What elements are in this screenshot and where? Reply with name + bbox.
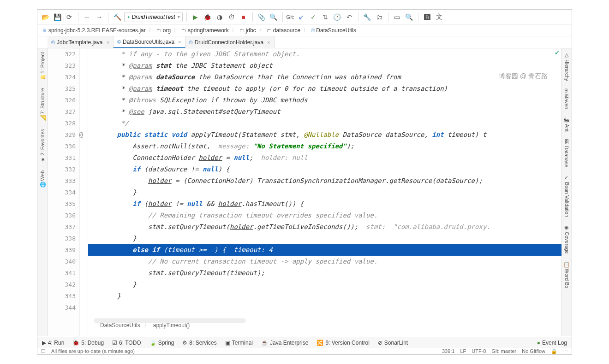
- git-compare-icon[interactable]: ⇅: [320, 12, 330, 22]
- translate-b-icon[interactable]: 文: [434, 12, 444, 22]
- attach-icon[interactable]: 📎: [257, 12, 267, 22]
- refresh-icon[interactable]: ⟳: [64, 12, 74, 22]
- tool-window-button[interactable]: 🐞 5: Debug: [72, 340, 104, 346]
- editor-tab[interactable]: ©DruidConnectionHolder.java×: [185, 36, 275, 48]
- line-number[interactable]: 342: [48, 279, 76, 290]
- line-number[interactable]: 330: [48, 141, 76, 152]
- line-number[interactable]: 322: [48, 48, 76, 60]
- tool-window-tab[interactable]: 📋 Word Bo: [562, 258, 572, 292]
- editor-tab[interactable]: ©DataSourceUtils.java×: [113, 36, 185, 48]
- tool-window-button[interactable]: ⊘ SonarLint: [378, 340, 408, 346]
- tool-window-tab[interactable]: ★ 2: Favorites: [37, 125, 47, 166]
- git-revert-icon[interactable]: ↶: [344, 12, 354, 22]
- git-commit-icon[interactable]: ✓: [308, 12, 318, 22]
- line-number[interactable]: 329@: [48, 129, 76, 141]
- tool-window-tab[interactable]: 🌐 Web: [37, 167, 47, 192]
- tool-window-button[interactable]: 🍃 Spring: [149, 340, 174, 346]
- git-history-icon[interactable]: 🕐: [332, 12, 342, 22]
- line-number[interactable]: 325: [48, 83, 76, 94]
- tool-window-tab[interactable]: 🗄 Database: [562, 135, 571, 171]
- event-log-button[interactable]: ● Event Log: [537, 340, 567, 346]
- tool-window-tab[interactable]: 🐜 Ant: [562, 113, 572, 135]
- code-line[interactable]: * @see java.sql.Statement#setQueryTimeou…: [88, 106, 561, 117]
- tool-window-tab[interactable]: ✓ Bean Validation: [562, 171, 572, 221]
- file-encoding[interactable]: UTF-8: [472, 348, 486, 354]
- code-line[interactable]: * @throws SQLException if thrown by JDBC…: [88, 94, 561, 106]
- hammer-icon[interactable]: 🔨: [112, 12, 122, 22]
- forward-icon[interactable]: →: [94, 12, 104, 22]
- open-icon[interactable]: 📂: [40, 12, 50, 22]
- editor-tab[interactable]: ©JdbcTemplate.java×: [48, 36, 113, 48]
- profile-icon[interactable]: ⏱: [227, 12, 237, 22]
- line-number[interactable]: 333: [48, 175, 76, 187]
- line-number[interactable]: 326: [48, 94, 76, 106]
- code-line[interactable]: * @param timeout the timeout to apply (o…: [88, 83, 561, 94]
- code-line[interactable]: * @param stmt the JDBC Statement object: [88, 60, 561, 71]
- line-number[interactable]: 337: [48, 221, 76, 233]
- run-config-dropdown[interactable]: ● DruidTimeoutTest ▾: [124, 12, 183, 22]
- code-line[interactable]: }: [88, 233, 561, 244]
- code-line[interactable]: stmt.setQueryTimeout(holder.getTimeToLiv…: [88, 221, 561, 233]
- code-line[interactable]: }: [88, 187, 561, 198]
- tool-window-button[interactable]: ▣ Terminal: [225, 340, 253, 346]
- code-line[interactable]: // Remaining transaction timeout overrid…: [88, 210, 561, 221]
- line-separator[interactable]: LF: [460, 348, 466, 354]
- inspect-icon[interactable]: 🔍: [269, 12, 279, 22]
- line-number[interactable]: 335: [48, 198, 76, 210]
- code-line[interactable]: */: [88, 117, 561, 129]
- presentation-icon[interactable]: ▭: [392, 12, 402, 22]
- stop-icon[interactable]: ■: [239, 12, 249, 22]
- back-icon[interactable]: ←: [82, 12, 92, 22]
- breadcrumb-item[interactable]: 🗀 jdbc: [239, 27, 256, 34]
- code-line[interactable]: * @param dataSource the DataSource that …: [88, 71, 561, 83]
- code-line[interactable]: }: [88, 290, 561, 302]
- code-breadcrumb[interactable]: DataSourceUtils〉applyTimeout(): [98, 322, 191, 329]
- code-line[interactable]: ConnectionHolder holder = null; holder: …: [88, 152, 561, 164]
- line-number[interactable]: 323: [48, 60, 76, 71]
- breadcrumb-item[interactable]: 🗎 spring-jdbc-5.2.3.RELEASE-sources.jar: [42, 27, 146, 34]
- line-number[interactable]: 327: [48, 106, 76, 117]
- cursor-position[interactable]: 339:1: [442, 348, 455, 354]
- git-pull-icon[interactable]: ↙: [296, 12, 306, 22]
- settings-icon[interactable]: 🔧: [362, 12, 372, 22]
- code-line[interactable]: holder = (ConnectionHolder) TransactionS…: [88, 175, 561, 187]
- code-editor[interactable]: 博客园 @ 青石路 * if any - to the given JDBC S…: [88, 48, 561, 336]
- line-number[interactable]: 332: [48, 164, 76, 175]
- coverage-run-icon[interactable]: ◑: [215, 12, 225, 22]
- line-number[interactable]: 343: [48, 290, 76, 302]
- tool-window-button[interactable]: ▶ 4: Run: [42, 340, 64, 346]
- breadcrumb-item[interactable]: 🗀 springframework: [181, 27, 229, 34]
- run-icon[interactable]: ▶: [191, 12, 201, 22]
- tool-window-tab[interactable]: 📐 7: Structure: [37, 84, 47, 125]
- code-line[interactable]: public static void applyTimeout(Statemen…: [88, 129, 561, 141]
- gitflow-status[interactable]: No Gitflow: [522, 348, 545, 354]
- search-icon[interactable]: 🔍: [404, 12, 414, 22]
- line-number[interactable]: 341: [48, 267, 76, 279]
- git-branch[interactable]: Git: master: [491, 348, 516, 354]
- save-icon[interactable]: 💾: [52, 12, 62, 22]
- tool-window-button[interactable]: ☑ 6: TODO: [112, 340, 141, 346]
- code-line[interactable]: if (holder != null && holder.hasTimeout(…: [88, 198, 561, 210]
- code-line[interactable]: else if (timeout >= 0) { timeout: 4: [88, 244, 561, 256]
- line-number[interactable]: 344: [48, 302, 76, 313]
- close-tab-icon[interactable]: ×: [107, 40, 109, 45]
- line-number[interactable]: 339: [48, 244, 76, 256]
- code-line[interactable]: stmt.setQueryTimeout(timeout);: [88, 267, 561, 279]
- more-icon[interactable]: ⋯: [563, 348, 568, 354]
- code-line[interactable]: }: [88, 279, 561, 290]
- tool-window-tab[interactable]: △ Hierarchy: [562, 48, 572, 85]
- breadcrumb-item[interactable]: 🗀 org: [156, 27, 171, 34]
- tool-window-tab[interactable]: ◉ Coverage: [562, 221, 572, 258]
- code-line[interactable]: [88, 302, 561, 313]
- lock-icon[interactable]: 🔒: [551, 348, 557, 354]
- line-number[interactable]: 334: [48, 187, 76, 198]
- line-number[interactable]: 331: [48, 152, 76, 164]
- close-tab-icon[interactable]: ×: [178, 39, 181, 45]
- code-line[interactable]: Assert.notNull(stmt, message: "No Statem…: [88, 141, 561, 152]
- line-number[interactable]: 340: [48, 256, 76, 267]
- breadcrumb-item[interactable]: 🗀 datasource: [267, 27, 300, 34]
- line-number[interactable]: 338: [48, 233, 76, 244]
- debug-icon[interactable]: 🐞: [203, 12, 213, 22]
- line-number[interactable]: 336: [48, 210, 76, 221]
- tool-window-button[interactable]: ☕ Java Enterprise: [261, 340, 308, 346]
